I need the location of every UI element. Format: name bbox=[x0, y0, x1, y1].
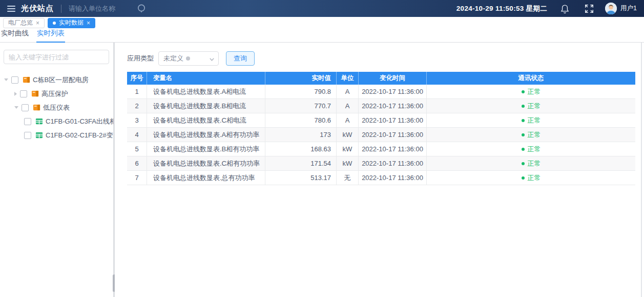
select-value: 未定义 bbox=[163, 54, 183, 63]
tree-item-label: C1FB-G01-C3FA出线柜 bbox=[46, 117, 116, 126]
app-type-label: 应用类型 bbox=[127, 54, 154, 63]
tree-item[interactable]: C栋B区一层配电房 bbox=[0, 73, 113, 87]
cell-no: 2 bbox=[127, 99, 147, 113]
tree-item[interactable]: C1FB-G02-C1FB-2#变出线 bbox=[0, 128, 113, 142]
status-dot-icon bbox=[522, 148, 525, 151]
cell-time: 2022-10-17 11:36:00 bbox=[359, 99, 427, 113]
table-row[interactable]: 6设备机电总进线数显表.C相有功功率171.54kW2022-10-17 11:… bbox=[127, 156, 635, 171]
table-body: 1设备机电总进线数显表.A相电流790.8A2022-10-17 11:36:0… bbox=[127, 85, 635, 185]
status-dot-icon bbox=[522, 162, 525, 165]
page-scrollbar[interactable] bbox=[641, 43, 642, 297]
table-row[interactable]: 2设备机电总进线数显表.B相电流770.7A2022-10-17 11:36:0… bbox=[127, 99, 635, 113]
column-header: 实时值 bbox=[265, 72, 337, 85]
fullscreen-icon[interactable] bbox=[585, 4, 594, 13]
view-tabs: 实时曲线 实时列表 bbox=[0, 29, 644, 43]
tree-filter-input[interactable] bbox=[4, 50, 109, 64]
subtab-realtime-list[interactable]: 实时列表 bbox=[36, 27, 65, 43]
cell-value: 168.63 bbox=[265, 142, 337, 156]
cell-time: 2022-10-17 11:36:00 bbox=[359, 171, 427, 185]
status-text: 正常 bbox=[528, 159, 541, 168]
cell-time: 2022-10-17 11:36:00 bbox=[359, 156, 427, 170]
caret-expanded-icon[interactable] bbox=[4, 78, 8, 81]
column-header: 单位 bbox=[337, 72, 359, 85]
cell-time: 2022-10-17 11:36:00 bbox=[359, 128, 427, 142]
status-text: 正常 bbox=[528, 102, 541, 111]
folder-icon bbox=[23, 76, 30, 84]
status-text: 正常 bbox=[528, 87, 541, 96]
tab-label: 电厂总览 bbox=[8, 18, 33, 27]
tab-label: 实时数据 bbox=[59, 18, 84, 27]
cell-variable-name: 设备机电总进线数显表.总有功功率 bbox=[147, 171, 265, 185]
chevron-down-icon bbox=[209, 56, 215, 62]
tree-item[interactable]: C1FB-G01-C3FA出线柜 bbox=[0, 114, 113, 128]
status-dot-icon bbox=[522, 90, 525, 93]
table-row[interactable]: 4设备机电总进线数显表.A相有功功率173kW2022-10-17 11:36:… bbox=[127, 128, 635, 142]
cell-unit: A bbox=[337, 85, 359, 98]
checkbox[interactable] bbox=[20, 90, 27, 97]
close-icon[interactable]: × bbox=[87, 20, 90, 26]
cell-unit: kW bbox=[337, 128, 359, 142]
caret-collapsed-icon[interactable] bbox=[14, 92, 17, 96]
cell-value: 770.7 bbox=[265, 99, 337, 113]
cell-variable-name: 设备机电总进线数显表.C相电流 bbox=[147, 113, 265, 127]
cell-unit: A bbox=[337, 99, 359, 113]
cell-unit: 无 bbox=[337, 171, 359, 185]
tree-item-label: 低压仪表 bbox=[43, 103, 70, 112]
cell-no: 1 bbox=[127, 85, 147, 98]
query-toolbar: 应用类型 未定义 查询 bbox=[127, 51, 255, 66]
status-text: 正常 bbox=[528, 145, 541, 154]
datetime: 2024-10-29 11:50:53 星期二 bbox=[456, 4, 547, 13]
table-row[interactable]: 7设备机电总进线数显表.总有功功率513.17无2022-10-17 11:36… bbox=[127, 171, 635, 185]
tree-item-label: C栋B区一层配电房 bbox=[33, 75, 89, 85]
cell-status: 正常 bbox=[427, 85, 635, 98]
cell-time: 2022-10-17 11:36:00 bbox=[359, 113, 427, 127]
table-row[interactable]: 3设备机电总进线数显表.C相电流780.6A2022-10-17 11:36:0… bbox=[127, 113, 635, 128]
menu-icon[interactable] bbox=[7, 6, 15, 12]
checkbox[interactable] bbox=[22, 104, 29, 111]
tree-item-label: 高压保护 bbox=[41, 89, 68, 98]
main-content: 应用类型 未定义 查询 序号 变量名 实时值 单位 变化时间 通讯状态 bbox=[115, 43, 644, 297]
device-icon bbox=[35, 117, 43, 125]
tree-item[interactable]: 高压保护 bbox=[0, 87, 113, 101]
checkbox[interactable] bbox=[24, 118, 31, 125]
checkbox[interactable] bbox=[24, 132, 31, 139]
cell-variable-name: 设备机电总进线数显表.A相有功功率 bbox=[147, 128, 265, 142]
checkbox[interactable] bbox=[11, 76, 18, 84]
table-row[interactable]: 5设备机电总进线数显表.B相有功功率168.63kW2022-10-17 11:… bbox=[127, 142, 635, 156]
topbar-right: 2024-10-29 11:50:53 星期二 bbox=[456, 3, 637, 14]
query-button[interactable]: 查询 bbox=[226, 51, 255, 66]
app-type-select[interactable]: 未定义 bbox=[158, 51, 219, 66]
device-tree-panel: C栋B区一层配电房高压保护低压仪表C1FB-G01-C3FA出线柜C1FB-G0… bbox=[0, 43, 113, 297]
cell-unit: kW bbox=[337, 142, 359, 156]
cell-variable-name: 设备机电总进线数显表.A相电流 bbox=[147, 85, 265, 98]
unit-search-input[interactable]: 请输入单位名称 bbox=[69, 4, 122, 13]
cell-variable-name: 设备机电总进线数显表.C相有功功率 bbox=[147, 156, 265, 170]
cell-status: 正常 bbox=[427, 128, 635, 142]
table-header-row: 序号 变量名 实时值 单位 变化时间 通讯状态 bbox=[127, 72, 635, 85]
avatar[interactable] bbox=[605, 3, 617, 14]
subtab-realtime-curve[interactable]: 实时曲线 bbox=[1, 27, 29, 43]
search-icon[interactable] bbox=[137, 4, 147, 13]
cell-no: 4 bbox=[127, 128, 147, 142]
folder-icon bbox=[31, 90, 39, 97]
cell-value: 790.8 bbox=[265, 85, 337, 98]
app-title: 光伏站点 bbox=[21, 4, 54, 13]
status-dot-icon bbox=[522, 119, 525, 122]
cell-no: 5 bbox=[127, 142, 147, 156]
topbar: 光伏站点 请输入单位名称 2024-10-29 11:50:53 星期二 bbox=[0, 0, 644, 17]
device-icon bbox=[35, 131, 43, 139]
caret-expanded-icon[interactable] bbox=[14, 106, 18, 109]
table-row[interactable]: 1设备机电总进线数显表.A相电流790.8A2022-10-17 11:36:0… bbox=[127, 85, 635, 99]
status-dot-icon bbox=[522, 105, 525, 108]
status-text: 正常 bbox=[528, 116, 541, 125]
status-text: 正常 bbox=[528, 130, 541, 140]
tree-item[interactable]: 低压仪表 bbox=[0, 101, 113, 114]
cell-variable-name: 设备机电总进线数显表.B相电流 bbox=[147, 99, 265, 113]
cell-status: 正常 bbox=[427, 113, 635, 127]
close-icon[interactable]: × bbox=[36, 20, 39, 26]
cell-value: 780.6 bbox=[265, 113, 337, 127]
realtime-table: 序号 变量名 实时值 单位 变化时间 通讯状态 1设备机电总进线数显表.A相电流… bbox=[127, 72, 635, 185]
tag-clear-icon[interactable] bbox=[186, 56, 190, 61]
notifications-bell-icon[interactable] bbox=[560, 4, 569, 13]
username[interactable]: 用户1 bbox=[620, 4, 637, 13]
